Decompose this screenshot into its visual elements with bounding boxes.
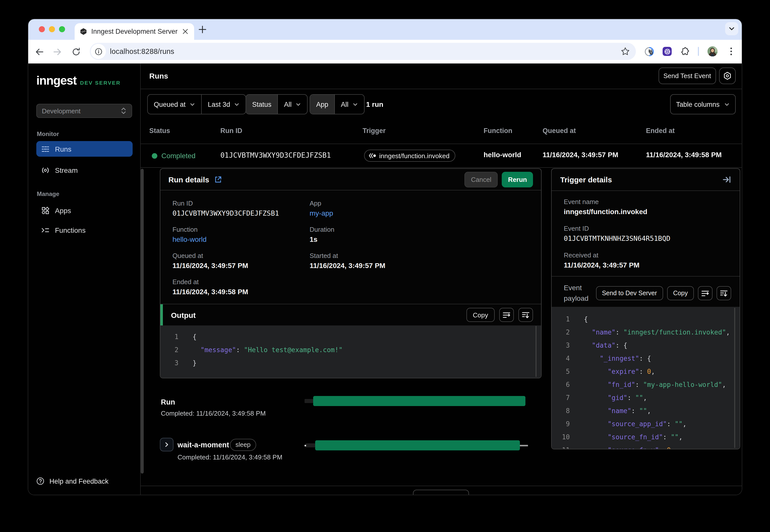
run-count: 1 run bbox=[366, 89, 383, 119]
inngest-app: inngest DEV SERVER Development Monitor bbox=[28, 63, 742, 495]
time-filter-group[interactable]: Queued at Last 3d bbox=[147, 94, 246, 114]
status-dot bbox=[152, 153, 157, 158]
traffic-lights[interactable] bbox=[39, 26, 65, 32]
step-tail-line bbox=[520, 445, 528, 446]
table-row[interactable]: Completed 01JCVBTMV3WXY9D3CFDEJFZSB1 inn… bbox=[141, 144, 742, 167]
column-ended-at: Ended at bbox=[646, 127, 675, 135]
stream-icon bbox=[41, 166, 49, 174]
time-range-filter[interactable]: Last 3d bbox=[202, 95, 246, 114]
send-test-event-button[interactable]: Send Test Event bbox=[658, 68, 716, 84]
gear-icon bbox=[723, 72, 732, 80]
inngest-logo: inngest bbox=[36, 74, 77, 88]
status-filter-group[interactable]: Status All bbox=[246, 94, 308, 114]
sidebar-section-manage: Manage bbox=[28, 190, 140, 197]
app-filter-group[interactable]: App All bbox=[310, 94, 365, 114]
profile-avatar[interactable] bbox=[708, 46, 718, 56]
chevron-down-icon bbox=[353, 102, 358, 107]
page-title: Runs bbox=[149, 72, 168, 80]
back-icon[interactable] bbox=[35, 47, 44, 56]
time-field-filter-label: Queued at bbox=[154, 101, 185, 108]
column-function: Function bbox=[483, 127, 512, 135]
column-queued-at: Queued at bbox=[542, 127, 576, 135]
filter-bar: Queued at Last 3d Status All bbox=[141, 89, 742, 119]
tab-search-chevron-icon[interactable] bbox=[725, 22, 738, 35]
app-filter-label-text: App bbox=[316, 101, 328, 108]
table-header: Status Run ID Trigger Function Queued at… bbox=[141, 120, 742, 144]
help-label: Help and Feedback bbox=[49, 477, 108, 485]
bookmark-star-icon[interactable] bbox=[621, 47, 630, 56]
time-range-filter-label: Last 3d bbox=[208, 101, 230, 108]
chevron-down-icon bbox=[189, 102, 195, 107]
column-trigger: Trigger bbox=[363, 127, 386, 135]
scrollbar-thumb[interactable] bbox=[141, 169, 144, 474]
sidebar: inngest DEV SERVER Development Monitor bbox=[28, 63, 141, 495]
column-run-id: Run ID bbox=[221, 127, 242, 135]
row-function: hello-world bbox=[483, 151, 521, 159]
sidebar-item-label: Apps bbox=[55, 206, 71, 214]
timeline-step-label: wait-a-moment bbox=[177, 441, 229, 449]
row-ended-at: 11/16/2024, 3:49:58 PM bbox=[646, 151, 722, 159]
browser-window: Inngest Development Server bbox=[28, 19, 742, 495]
settings-button[interactable] bbox=[719, 68, 736, 84]
row-run-id: 01JCVBTMV3WXY9D3CFDEJFZSB1 bbox=[221, 151, 331, 159]
url-bar[interactable]: localhost:8288/runs bbox=[90, 43, 636, 60]
table-columns-button[interactable]: Table columns bbox=[670, 94, 736, 114]
help-icon bbox=[36, 477, 44, 485]
tab-close-icon[interactable] bbox=[181, 27, 189, 36]
zoom-window-button[interactable] bbox=[59, 26, 65, 32]
dev-server-badge: DEV SERVER bbox=[80, 80, 121, 86]
tab-strip: Inngest Development Server bbox=[28, 19, 742, 40]
step-start-tick bbox=[305, 445, 306, 446]
status-filter-label: Status bbox=[246, 95, 278, 114]
extension-icon[interactable] bbox=[663, 47, 672, 56]
sidebar-item-label: Functions bbox=[55, 226, 85, 234]
status-filter-value[interactable]: All bbox=[278, 95, 307, 114]
browser-tab[interactable]: Inngest Development Server bbox=[75, 23, 194, 40]
status-filter-label-text: Status bbox=[252, 101, 272, 108]
close-window-button[interactable] bbox=[39, 26, 45, 32]
url-text[interactable]: localhost:8288/runs bbox=[110, 47, 174, 55]
timeline-run-completed: Completed: 11/16/2024, 3:49:58 PM bbox=[161, 410, 266, 417]
new-tab-button[interactable] bbox=[198, 25, 207, 34]
row-trigger-label: inngest/function.invoked bbox=[379, 152, 449, 159]
row-trigger-pill[interactable]: inngest/function.invoked bbox=[364, 150, 456, 162]
environment-select-value: Development bbox=[42, 107, 120, 115]
forward-icon[interactable] bbox=[53, 47, 62, 56]
run-queued-bar bbox=[305, 399, 313, 403]
run-expanded-panel: Run details Cancel Rerun bbox=[141, 167, 742, 486]
sidebar-section-monitor: Monitor bbox=[28, 130, 140, 138]
sidebar-item-stream[interactable]: Stream bbox=[36, 162, 133, 178]
app-filter-value[interactable]: All bbox=[335, 95, 364, 114]
divider bbox=[141, 486, 742, 486]
functions-icon bbox=[41, 226, 49, 234]
help-and-feedback[interactable]: Help and Feedback bbox=[36, 477, 108, 485]
browser-menu-icon[interactable] bbox=[727, 46, 736, 56]
sleep-badge: sleep bbox=[230, 439, 256, 451]
row-status-cell: Completed bbox=[152, 144, 196, 167]
chevron-down-icon bbox=[724, 102, 730, 107]
row-status: Completed bbox=[161, 152, 196, 160]
sidebar-item-functions[interactable]: Functions bbox=[36, 222, 133, 238]
step-duration-bar[interactable] bbox=[315, 440, 520, 450]
event-icon bbox=[369, 153, 376, 158]
sidebar-item-label: Runs bbox=[55, 145, 71, 153]
extensions-puzzle-icon[interactable] bbox=[681, 47, 690, 56]
run-duration-bar[interactable] bbox=[313, 396, 525, 406]
timeline-run-label: Run bbox=[161, 398, 175, 406]
reload-icon[interactable] bbox=[72, 47, 81, 56]
main-content: Runs Send Test Event Queued at bbox=[141, 63, 742, 495]
site-info-icon[interactable] bbox=[91, 44, 106, 59]
status-filter-value-text: All bbox=[284, 101, 292, 108]
browser-toolbar: localhost:8288/runs bbox=[28, 40, 742, 63]
time-field-filter[interactable]: Queued at bbox=[148, 95, 201, 114]
minimize-window-button[interactable] bbox=[49, 26, 55, 32]
expand-step-button[interactable] bbox=[160, 438, 173, 451]
timeline-step-completed: Completed: 11/16/2024, 3:49:58 PM bbox=[177, 453, 282, 461]
footer-cut-button[interactable] bbox=[413, 490, 469, 495]
environment-select[interactable]: Development bbox=[36, 104, 132, 118]
page-header: Runs Send Test Event bbox=[141, 63, 742, 89]
sidebar-item-apps[interactable]: Apps bbox=[36, 203, 133, 218]
sidebar-item-runs[interactable]: Runs bbox=[36, 141, 133, 157]
run-timeline: Run Completed: 11/16/2024, 3:49:58 PM wa… bbox=[141, 167, 742, 486]
password-manager-extension-icon[interactable] bbox=[645, 47, 654, 56]
